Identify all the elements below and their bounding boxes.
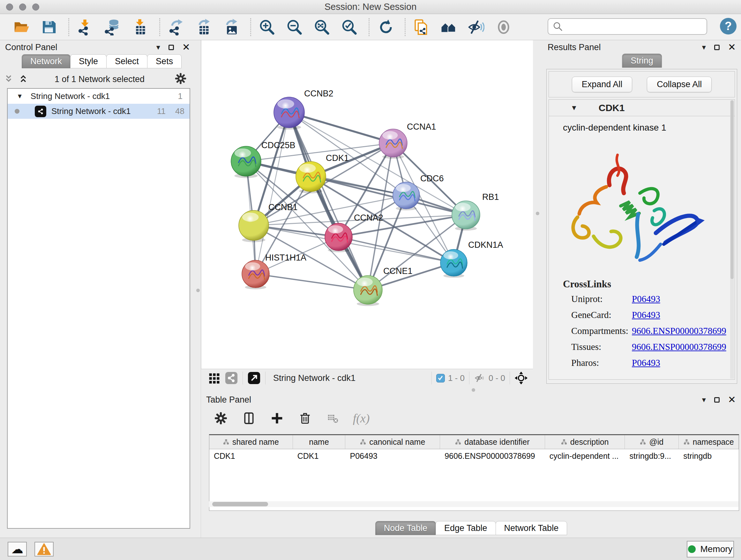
close-panel-icon[interactable]: ✕ [728,43,736,52]
delete-column-button[interactable] [297,410,313,427]
column-header-namespace[interactable]: namespace [679,435,739,449]
tab-network-table[interactable]: Network Table [495,521,567,535]
detach-view-icon[interactable] [247,371,261,385]
edge-CCNA2-CDKN1A[interactable] [339,237,454,263]
selected-checkbox[interactable] [436,374,445,382]
grid-view-icon[interactable] [208,372,221,384]
zoom-selected-button[interactable] [340,18,358,37]
column-header-id[interactable]: @id [625,435,679,449]
add-column-button[interactable] [269,410,285,427]
import-network-from-database-button[interactable] [103,18,122,37]
hide-selected-button[interactable] [467,18,485,37]
import-table-button[interactable] [131,18,149,37]
zoom-out-button[interactable] [285,18,304,37]
expand-all-icon[interactable] [19,74,29,84]
horizontal-splitter[interactable] [201,387,741,393]
cloud-status-button[interactable]: ☁ [8,542,27,557]
help-button[interactable]: ? [720,18,737,35]
crosslink-pharos[interactable]: P06493 [632,358,660,368]
column-header-description[interactable]: description [545,435,625,449]
collapse-all-button[interactable]: Collapse All [647,77,712,92]
crosslink-uniprot[interactable]: P06493 [632,294,660,304]
cell-namespace[interactable]: stringdb [679,449,739,462]
memory-button[interactable]: Memory [687,541,734,557]
splitter-handle[interactable] [472,388,475,392]
table-row[interactable]: CDK1CDK1P064939606.ENSP00000378699cyclin… [209,449,739,462]
panel-menu-caret-icon[interactable]: ▾ [702,44,706,51]
cell-id[interactable]: stringdb:9... [625,449,679,462]
apply-layout-button[interactable] [376,18,394,37]
tab-select[interactable]: Select [106,54,147,68]
section-caret-icon[interactable]: ▼ [570,104,578,112]
table-options-button[interactable] [212,410,229,427]
search-input[interactable] [566,20,706,33]
edge-CCNB2-CCNE1[interactable] [289,112,368,290]
import-network-button[interactable] [76,18,94,37]
tab-network[interactable]: Network [22,54,71,68]
crosslink-genecard[interactable]: P06493 [632,310,660,320]
column-header-name[interactable]: name [293,435,346,449]
column-header-canonical-name[interactable]: canonical name [345,435,440,449]
panel-menu-caret-icon[interactable]: ▾ [702,396,706,403]
zoom-in-button[interactable] [258,18,276,37]
column-header-shared-name[interactable]: shared name [209,435,293,449]
splitter-handle[interactable] [196,289,200,292]
node-CCNB1[interactable]: CCNB1 [239,202,298,242]
column-header-database-identifier[interactable]: database identifier [440,435,545,449]
cell-database-identifier[interactable]: 9606.ENSP00000378699 [440,449,545,462]
show-columns-button[interactable] [241,410,257,427]
network-view-icon[interactable] [225,371,238,385]
float-panel-icon[interactable] [714,397,720,402]
gene-section-header[interactable]: ▼ CDK1 [549,100,735,116]
crosslink-tissues[interactable]: 9606.ENSP00000378699 [632,341,726,352]
node-CCNA2[interactable]: CCNA2 [325,213,383,252]
crosslink-compartments[interactable]: 9606.ENSP00000378699 [632,326,726,336]
export-image-button[interactable] [221,18,240,37]
network-options-button[interactable] [170,72,187,86]
close-panel-icon[interactable]: ✕ [728,395,736,405]
show-all-button[interactable] [494,18,513,37]
first-neighbors-button[interactable] [440,18,458,37]
scrollbar-thumb[interactable] [731,100,734,279]
network-canvas[interactable]: CCNB2CCNA1CDC25BCDK1CDC6RB1CCNB1CCNA2CDK… [201,40,533,369]
node-CDKN1A[interactable]: CDKN1A [441,240,503,278]
warnings-button[interactable] [35,542,54,557]
node-HIST1H1A[interactable]: HIST1H1A [242,253,307,289]
results-scrollbar[interactable] [730,100,734,379]
cell-shared-name[interactable]: CDK1 [209,449,293,462]
cell-description[interactable]: cyclin-dependent ... [545,449,625,462]
node-CCNA1[interactable]: CCNA1 [379,122,436,159]
table-horizontal-scrollbar[interactable] [209,501,738,507]
splitter-handle[interactable] [536,212,539,215]
birds-eye-crosshair-icon[interactable] [515,371,528,385]
right-splitter[interactable] [533,40,542,387]
node-RB1[interactable]: RB1 [452,192,499,231]
tab-edge-table[interactable]: Edge Table [435,521,496,535]
cell-canonical-name[interactable]: P06493 [346,449,441,462]
network-graph[interactable]: CCNB2CCNA1CDC25BCDK1CDC6RB1CCNB1CCNA2CDK… [201,40,533,369]
cell-name[interactable]: CDK1 [293,449,346,462]
tab-sets[interactable]: Sets [147,54,182,68]
collapse-all-icon[interactable] [4,74,15,84]
close-panel-icon[interactable]: ✕ [182,43,190,52]
panel-menu-caret-icon[interactable]: ▾ [156,44,160,51]
scrollbar-thumb[interactable] [212,502,268,506]
float-panel-icon[interactable] [714,45,720,50]
tab-node-table[interactable]: Node Table [375,521,436,535]
left-splitter[interactable] [195,40,201,538]
edge-HIST1H1A-CCNE1[interactable] [256,274,368,290]
expand-all-button[interactable]: Expand All [572,77,632,92]
network-row-selected[interactable]: String Network - cdk1 11 48 [8,104,190,119]
float-panel-icon[interactable] [169,45,174,50]
node-CCNE1[interactable]: CCNE1 [354,266,413,306]
tab-string[interactable]: String [622,54,662,68]
zoom-fit-button[interactable] [313,18,331,37]
export-network-button[interactable] [166,18,185,37]
tree-expand-caret-icon[interactable]: ▼ [17,92,23,100]
network-collection-row[interactable]: ▼ String Network - cdk1 1 [8,89,190,104]
tab-style[interactable]: Style [70,54,107,68]
export-table-button[interactable] [194,18,212,37]
save-session-button[interactable] [40,18,58,37]
copy-network-button[interactable] [412,18,430,37]
edge-CCNB2-CCNA1[interactable] [289,112,393,143]
